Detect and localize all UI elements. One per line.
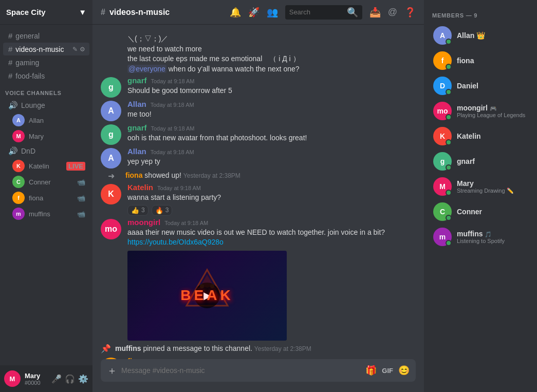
members-icon[interactable]: 👥 [267,7,278,18]
status-dot [446,164,452,171]
edit-icon[interactable]: ✎ [72,46,78,53]
avatar: A [12,114,25,126]
spotify-badge: 🎵 [485,231,492,237]
voice-member-mary[interactable]: M Mary [3,128,89,144]
member-item-allan[interactable]: A Allan 👑 [427,23,534,48]
avatar: M [12,130,25,142]
boost-icon[interactable]: 🚀 [248,7,260,18]
inbox-icon[interactable]: 📥 [369,7,381,18]
message-avatar: A [101,101,121,121]
reaction-count: 3 [141,207,145,214]
member-item-katelin[interactable]: K Katelin [427,124,534,148]
message-username: moongirl [127,218,160,227]
sidebar: Space City ▼ # general # videos-n-music … [0,0,92,392]
mic-icon[interactable]: 🎤 [51,374,62,384]
voice-member-fiona[interactable]: f fiona 📹 [3,190,89,206]
member-info: Katelin [457,132,528,140]
header-channel-name: videos-n-music [109,8,170,17]
member-item-fiona[interactable]: f fiona [427,48,534,73]
member-item-muffins[interactable]: m muffins 🎵 Listening to Spotify [427,225,534,249]
channel-list: # general # videos-n-music ✎ ⚙ # gaming … [0,25,92,365]
message: A Allan Today at 9:18 AM me too! [92,99,424,122]
message: f fiona Today at 9:18 AM wait have you s… [92,356,424,359]
message-username: fiona [127,357,146,359]
join-action: showed up! [144,171,183,179]
message-username: Allan [127,147,146,156]
user-info: Mary #0000 [25,372,47,386]
reaction-thumbsup[interactable]: 👍 3 [127,205,149,216]
channel-item-general[interactable]: # general [3,29,89,42]
voice-channel-dnd[interactable]: 🔊 DnD [3,144,89,158]
join-username: fiona [125,171,142,179]
crown-icon: 👑 [476,31,485,40]
server-chevron: ▼ [79,8,86,16]
current-user-avatar: M [4,370,21,387]
member-item-mary[interactable]: M Mary Streaming Drawing ✏️ [427,174,534,199]
input-actions: 🎁 GIF 😊 [365,365,410,376]
search-icon: 🔍 [347,7,358,18]
message: g gnarf Today at 9:18 AM Should be good … [92,75,424,99]
channel-item-food-fails[interactable]: # food-fails [3,69,89,82]
channel-name-videos: videos-n-music [15,45,69,53]
video-link[interactable]: https://youtu.be/OIdx6aQ928o [127,238,224,246]
member-avatar: A [433,26,452,45]
pin-action: pinned a message to this channel. [143,344,254,352]
add-button[interactable]: ＋ [107,364,117,378]
settings-icon[interactable]: ⚙️ [78,374,88,384]
bell-icon[interactable]: 🔔 [230,7,241,18]
member-status-text: Listening to Spotify [457,238,528,244]
status-dot [446,139,452,145]
video-bg: BEAK [127,251,287,341]
voice-member-allan[interactable]: A Allan [3,113,89,128]
message-timestamp: Today at 9:18 AM [151,125,195,132]
voice-channel-lounge[interactable]: 🔊 Lounge [3,99,89,112]
member-avatar: M [433,177,452,196]
status-dot [446,215,452,221]
member-name: fiona [457,57,528,65]
message-text: aaaa their new music video is out we NEE… [127,228,416,238]
voice-channels-label[interactable]: VOICE CHANNELS [0,83,92,98]
mention-icon[interactable]: @ [388,7,397,17]
member-name: muffins 🎵 [457,230,528,238]
server-header[interactable]: Space City ▼ [0,0,92,25]
message: K Katelin Today at 9:18 AM wanna start a… [92,182,424,217]
voice-member-name: Allan [29,117,44,124]
message-text: ooh is that new avatar from that photosh… [127,133,416,143]
help-icon[interactable]: ❓ [404,7,416,18]
reaction-fire[interactable]: 🔥 3 [152,205,173,216]
message-avatar: f [101,358,121,359]
message-avatar: K [101,184,121,204]
gear-icon[interactable]: ⚙ [80,46,85,53]
hash-icon: # [8,58,12,67]
member-info: gnarf [457,157,528,165]
member-avatar: g [433,152,452,171]
search-input[interactable] [289,8,344,16]
gift-icon[interactable]: 🎁 [365,365,377,376]
message: mo moongirl Today at 9:18 AM aaaa their … [92,217,424,342]
member-item-daniel[interactable]: D Daniel [427,73,534,98]
member-name-text: muffins [457,230,483,238]
member-name: moongirl 🎮 [457,104,528,112]
member-name: Daniel [457,82,528,90]
member-avatar: m [433,228,452,246]
emoji-reactions: 👍 3 🔥 3 [127,205,416,216]
member-item-gnarf[interactable]: g gnarf [427,149,534,174]
voice-member-katelin[interactable]: K Katelin LIVE [3,158,89,174]
arrow-container: ➜ [101,171,121,181]
member-item-conner[interactable]: C Conner [427,199,534,224]
voice-member-muffins[interactable]: m muffins 📹 [3,206,89,221]
message-text: muffins pinned a message to this channel… [115,344,311,354]
gif-icon[interactable]: GIF [382,367,393,375]
reaction-emoji: 🔥 [155,207,163,214]
voice-member-conner[interactable]: C Conner 📹 [3,174,89,190]
voice-label-text: VOICE CHANNELS [5,90,62,96]
search-bar[interactable]: 🔍 [285,5,362,20]
message-input[interactable] [121,366,361,375]
channel-item-gaming[interactable]: # gaming [3,56,89,69]
headphone-icon[interactable]: 🎧 [65,374,75,384]
emoji-icon[interactable]: 😊 [398,365,410,376]
channel-item-videos-n-music[interactable]: # videos-n-music ✎ ⚙ [3,43,89,55]
status-dot [446,190,452,196]
member-item-moongirl[interactable]: mo moongirl 🎮 Playing League of Legends [427,99,534,123]
status-dot [446,114,452,120]
